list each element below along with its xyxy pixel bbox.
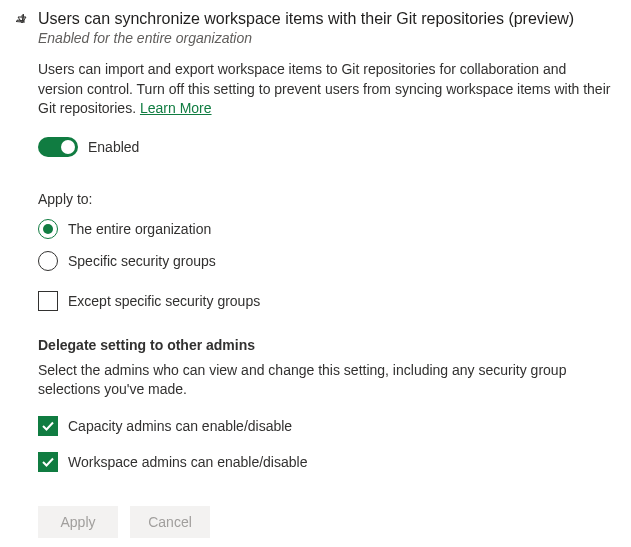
cancel-button[interactable]: Cancel xyxy=(130,506,210,538)
delegate-description: Select the admins who can view and chang… xyxy=(38,361,615,400)
learn-more-link[interactable]: Learn More xyxy=(140,100,212,116)
checkbox-label: Except specific security groups xyxy=(68,293,260,309)
radio-icon xyxy=(38,219,58,239)
checkbox-checked-icon xyxy=(38,416,58,436)
chevron-expanded-icon[interactable] xyxy=(16,14,28,26)
radio-icon xyxy=(38,251,58,271)
checkbox-capacity-admins[interactable]: Capacity admins can enable/disable xyxy=(38,416,615,436)
description-text: Users can import and export workspace it… xyxy=(38,61,610,116)
checkbox-label: Capacity admins can enable/disable xyxy=(68,418,292,434)
checkbox-icon xyxy=(38,291,58,311)
apply-button[interactable]: Apply xyxy=(38,506,118,538)
delegate-header: Delegate setting to other admins xyxy=(38,337,615,353)
setting-title: Users can synchronize workspace items wi… xyxy=(38,10,615,28)
apply-to-label: Apply to: xyxy=(38,191,615,207)
radio-entire-organization[interactable]: The entire organization xyxy=(38,219,615,239)
setting-description: Users can import and export workspace it… xyxy=(38,60,615,119)
checkbox-label: Workspace admins can enable/disable xyxy=(68,454,307,470)
checkbox-checked-icon xyxy=(38,452,58,472)
setting-subtitle: Enabled for the entire organization xyxy=(38,30,615,46)
checkbox-except-groups[interactable]: Except specific security groups xyxy=(38,291,615,311)
toggle-label: Enabled xyxy=(88,139,139,155)
checkbox-workspace-admins[interactable]: Workspace admins can enable/disable xyxy=(38,452,615,472)
radio-label: The entire organization xyxy=(68,221,211,237)
radio-specific-groups[interactable]: Specific security groups xyxy=(38,251,615,271)
radio-label: Specific security groups xyxy=(68,253,216,269)
enabled-toggle[interactable] xyxy=(38,137,78,157)
